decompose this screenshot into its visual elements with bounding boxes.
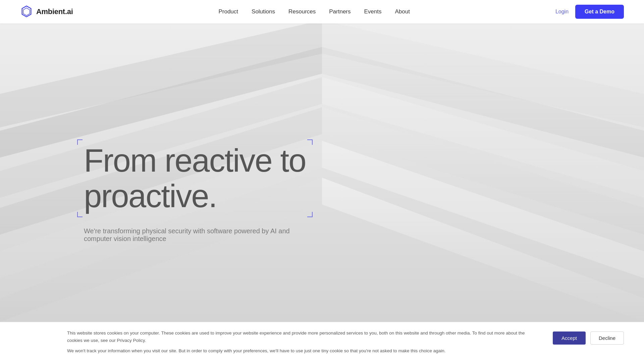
hero-headline-line2: proactive. [84,178,217,214]
cookie-actions: Accept Decline [553,329,624,345]
hero-content: From reactive to proactive. We're transf… [84,143,560,242]
cookie-decline-button[interactable]: Decline [590,331,624,345]
cookie-accept-button[interactable]: Accept [553,331,586,345]
hero-headline-line1: From reactive to [84,142,306,178]
hero-subtext: We're transforming physical security wit… [84,227,319,243]
bracket-top-left [77,139,83,145]
hero-section: From reactive to proactive. We're transf… [0,0,644,362]
logo-link[interactable]: Ambient.ai [20,5,73,18]
svg-marker-1 [23,8,30,16]
cookie-text-block: This website stores cookies on your comp… [67,329,533,355]
nav-links: Product Solutions Resources Partners Eve… [218,8,410,15]
login-button[interactable]: Login [555,9,569,15]
nav-events[interactable]: Events [364,8,382,15]
nav-partners[interactable]: Partners [329,8,351,15]
nav-about[interactable]: About [395,8,410,15]
bracket-bottom-left [77,212,83,217]
hero-headline: From reactive to proactive. [84,143,306,214]
nav-actions: Login Get a Demo [555,5,624,19]
hero-bracket-frame: From reactive to proactive. [84,143,306,214]
cookie-text-secondary: We won't track your information when you… [67,347,533,355]
get-demo-button[interactable]: Get a Demo [575,5,624,19]
navbar: Ambient.ai Product Solutions Resources P… [0,0,644,23]
logo-icon [20,5,33,18]
nav-resources[interactable]: Resources [288,8,316,15]
cookie-banner: This website stores cookies on your comp… [0,322,644,362]
bracket-top-right [307,139,313,145]
cookie-text-primary: This website stores cookies on your comp… [67,329,533,344]
nav-product[interactable]: Product [218,8,238,15]
bracket-bottom-right [307,212,313,217]
logo-text: Ambient.ai [36,7,73,16]
nav-solutions[interactable]: Solutions [252,8,275,15]
